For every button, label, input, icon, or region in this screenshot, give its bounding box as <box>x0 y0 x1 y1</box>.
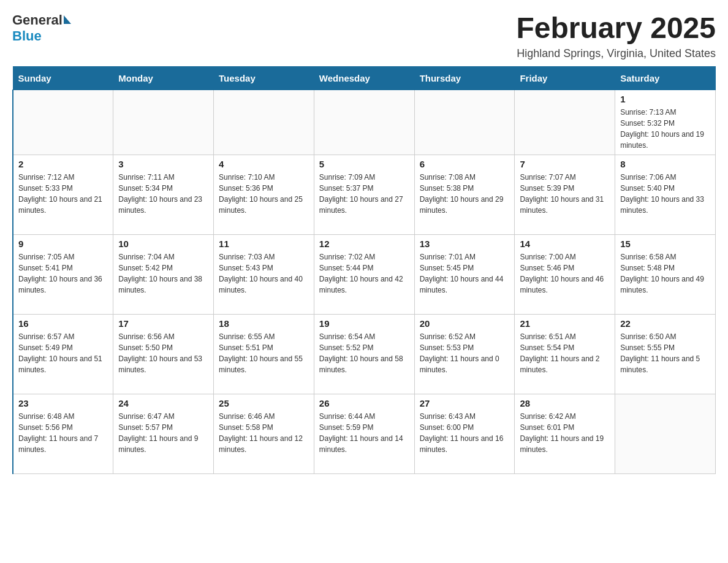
week-row-1: 2Sunrise: 7:12 AMSunset: 5:33 PMDaylight… <box>13 155 716 234</box>
day-number: 22 <box>620 318 710 329</box>
week-row-4: 23Sunrise: 6:48 AMSunset: 5:56 PMDayligh… <box>13 394 716 473</box>
calendar-cell: 23Sunrise: 6:48 AMSunset: 5:56 PMDayligh… <box>13 394 113 473</box>
day-number: 5 <box>319 159 409 169</box>
week-row-3: 16Sunrise: 6:57 AMSunset: 5:49 PMDayligh… <box>13 314 716 394</box>
day-number: 20 <box>420 318 510 329</box>
header-thursday: Thursday <box>414 66 515 90</box>
logo-text-general: General <box>12 12 63 28</box>
calendar-cell: 7Sunrise: 7:07 AMSunset: 5:39 PMDaylight… <box>515 155 615 234</box>
calendar-cell: 22Sunrise: 6:50 AMSunset: 5:55 PMDayligh… <box>615 314 716 394</box>
day-number: 27 <box>420 398 510 408</box>
calendar-cell: 24Sunrise: 6:47 AMSunset: 5:57 PMDayligh… <box>113 394 214 473</box>
day-info: Sunrise: 6:52 AMSunset: 5:53 PMDaylight:… <box>420 331 510 375</box>
logo-arrow-icon <box>64 15 71 24</box>
day-number: 11 <box>219 239 309 249</box>
day-number: 26 <box>319 398 409 408</box>
day-info: Sunrise: 7:06 AMSunset: 5:40 PMDaylight:… <box>620 172 710 216</box>
calendar-cell <box>13 90 113 155</box>
day-info: Sunrise: 6:50 AMSunset: 5:55 PMDaylight:… <box>620 331 710 375</box>
day-info: Sunrise: 7:01 AMSunset: 5:45 PMDaylight:… <box>420 251 510 296</box>
day-number: 21 <box>520 318 610 329</box>
calendar-cell <box>214 90 314 155</box>
calendar-cell <box>314 90 414 155</box>
calendar-cell: 13Sunrise: 7:01 AMSunset: 5:45 PMDayligh… <box>414 234 515 314</box>
day-info: Sunrise: 6:44 AMSunset: 5:59 PMDaylight:… <box>319 411 409 455</box>
calendar-table: SundayMondayTuesdayWednesdayThursdayFrid… <box>12 66 716 474</box>
calendar-cell: 12Sunrise: 7:02 AMSunset: 5:44 PMDayligh… <box>314 234 414 314</box>
day-info: Sunrise: 7:05 AMSunset: 5:41 PMDaylight:… <box>18 251 108 296</box>
calendar-cell: 6Sunrise: 7:08 AMSunset: 5:38 PMDaylight… <box>414 155 515 234</box>
day-info: Sunrise: 6:56 AMSunset: 5:50 PMDaylight:… <box>118 331 208 375</box>
title-block: February 2025 Highland Springs, Virginia… <box>516 12 716 60</box>
day-number: 9 <box>18 239 108 249</box>
calendar-cell: 8Sunrise: 7:06 AMSunset: 5:40 PMDaylight… <box>615 155 716 234</box>
header-monday: Monday <box>113 66 214 90</box>
calendar-cell: 2Sunrise: 7:12 AMSunset: 5:33 PMDaylight… <box>13 155 113 234</box>
day-number: 14 <box>520 239 610 249</box>
day-number: 10 <box>118 239 208 249</box>
day-info: Sunrise: 6:58 AMSunset: 5:48 PMDaylight:… <box>620 251 710 296</box>
day-info: Sunrise: 7:08 AMSunset: 5:38 PMDaylight:… <box>420 172 510 216</box>
day-number: 25 <box>219 398 309 408</box>
calendar-cell: 18Sunrise: 6:55 AMSunset: 5:51 PMDayligh… <box>214 314 314 394</box>
calendar-cell: 1Sunrise: 7:13 AMSunset: 5:32 PMDaylight… <box>615 90 716 155</box>
calendar-cell <box>414 90 515 155</box>
day-info: Sunrise: 6:51 AMSunset: 5:54 PMDaylight:… <box>520 331 610 375</box>
day-info: Sunrise: 7:03 AMSunset: 5:43 PMDaylight:… <box>219 251 309 296</box>
calendar-cell: 28Sunrise: 6:42 AMSunset: 6:01 PMDayligh… <box>515 394 615 473</box>
header-wednesday: Wednesday <box>314 66 414 90</box>
day-info: Sunrise: 6:42 AMSunset: 6:01 PMDaylight:… <box>520 411 610 455</box>
day-info: Sunrise: 7:13 AMSunset: 5:32 PMDaylight:… <box>620 107 710 151</box>
day-info: Sunrise: 7:09 AMSunset: 5:37 PMDaylight:… <box>319 172 409 216</box>
calendar-cell: 14Sunrise: 7:00 AMSunset: 5:46 PMDayligh… <box>515 234 615 314</box>
day-info: Sunrise: 7:02 AMSunset: 5:44 PMDaylight:… <box>319 251 409 296</box>
calendar-cell: 27Sunrise: 6:43 AMSunset: 6:00 PMDayligh… <box>414 394 515 473</box>
logo: General Blue <box>12 12 71 44</box>
day-number: 18 <box>219 318 309 329</box>
calendar-cell: 20Sunrise: 6:52 AMSunset: 5:53 PMDayligh… <box>414 314 515 394</box>
week-row-0: 1Sunrise: 7:13 AMSunset: 5:32 PMDaylight… <box>13 90 716 155</box>
day-info: Sunrise: 6:43 AMSunset: 6:00 PMDaylight:… <box>420 411 510 455</box>
calendar-header-row: SundayMondayTuesdayWednesdayThursdayFrid… <box>13 66 716 90</box>
calendar-cell: 10Sunrise: 7:04 AMSunset: 5:42 PMDayligh… <box>113 234 214 314</box>
day-info: Sunrise: 6:55 AMSunset: 5:51 PMDaylight:… <box>219 331 309 375</box>
day-info: Sunrise: 7:12 AMSunset: 5:33 PMDaylight:… <box>18 172 108 216</box>
day-number: 8 <box>620 159 710 169</box>
day-number: 19 <box>319 318 409 329</box>
day-number: 12 <box>319 239 409 249</box>
day-info: Sunrise: 6:47 AMSunset: 5:57 PMDaylight:… <box>118 411 208 455</box>
day-info: Sunrise: 7:11 AMSunset: 5:34 PMDaylight:… <box>118 172 208 216</box>
logo-text-blue: Blue <box>12 28 42 44</box>
day-info: Sunrise: 6:46 AMSunset: 5:58 PMDaylight:… <box>219 411 309 455</box>
day-number: 6 <box>420 159 510 169</box>
day-number: 7 <box>520 159 610 169</box>
day-info: Sunrise: 7:10 AMSunset: 5:36 PMDaylight:… <box>219 172 309 216</box>
header-sunday: Sunday <box>13 66 113 90</box>
calendar-cell <box>515 90 615 155</box>
day-number: 23 <box>18 398 108 408</box>
calendar-cell <box>615 394 716 473</box>
calendar-cell: 11Sunrise: 7:03 AMSunset: 5:43 PMDayligh… <box>214 234 314 314</box>
day-info: Sunrise: 6:54 AMSunset: 5:52 PMDaylight:… <box>319 331 409 375</box>
calendar-cell: 9Sunrise: 7:05 AMSunset: 5:41 PMDaylight… <box>13 234 113 314</box>
day-number: 1 <box>620 94 710 104</box>
calendar-cell: 25Sunrise: 6:46 AMSunset: 5:58 PMDayligh… <box>214 394 314 473</box>
calendar-cell: 26Sunrise: 6:44 AMSunset: 5:59 PMDayligh… <box>314 394 414 473</box>
calendar-cell: 15Sunrise: 6:58 AMSunset: 5:48 PMDayligh… <box>615 234 716 314</box>
calendar-cell: 17Sunrise: 6:56 AMSunset: 5:50 PMDayligh… <box>113 314 214 394</box>
calendar-cell: 21Sunrise: 6:51 AMSunset: 5:54 PMDayligh… <box>515 314 615 394</box>
calendar-title: February 2025 <box>516 12 716 45</box>
day-number: 3 <box>118 159 208 169</box>
day-number: 24 <box>118 398 208 408</box>
page-header: General Blue February 2025 Highland Spri… <box>12 12 716 60</box>
day-number: 17 <box>118 318 208 329</box>
calendar-cell: 19Sunrise: 6:54 AMSunset: 5:52 PMDayligh… <box>314 314 414 394</box>
day-info: Sunrise: 6:48 AMSunset: 5:56 PMDaylight:… <box>18 411 108 455</box>
day-number: 15 <box>620 239 710 249</box>
calendar-cell: 5Sunrise: 7:09 AMSunset: 5:37 PMDaylight… <box>314 155 414 234</box>
day-number: 13 <box>420 239 510 249</box>
day-number: 28 <box>520 398 610 408</box>
week-row-2: 9Sunrise: 7:05 AMSunset: 5:41 PMDaylight… <box>13 234 716 314</box>
day-info: Sunrise: 7:07 AMSunset: 5:39 PMDaylight:… <box>520 172 610 216</box>
day-number: 4 <box>219 159 309 169</box>
